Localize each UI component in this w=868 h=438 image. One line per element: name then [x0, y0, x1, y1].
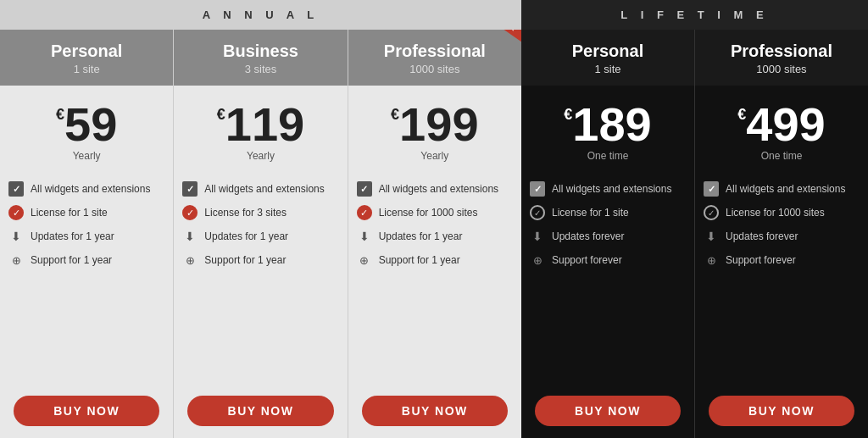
- feature-item: ⬇ Updates for 1 year: [182, 225, 338, 248]
- price-period: Yearly: [181, 150, 340, 162]
- checkbox-icon: ✓: [357, 181, 372, 197]
- price-num: 199: [399, 101, 478, 148]
- price-main: € 59: [56, 101, 117, 148]
- feature-text: Updates for 1 year: [204, 230, 288, 242]
- price-main: € 189: [564, 101, 651, 148]
- feature-text: License for 1000 sites: [379, 207, 478, 219]
- buy-btn-area: BUY NOW: [174, 389, 347, 438]
- plan-business-annual: Business 3 sites € 119 Yearly ✓ All widg…: [174, 30, 348, 438]
- plan-sites: 1 site: [10, 63, 163, 75]
- plan-header-personal-lifetime: Personal 1 site: [521, 30, 694, 86]
- download-icon: ⬇: [357, 229, 372, 244]
- lifetime-section: L I F E T I M E Personal 1 site € 189 On…: [521, 0, 868, 438]
- plan-professional-lifetime: Professional 1000 sites € 499 One time ✓…: [695, 30, 868, 438]
- feature-item: ⬇ Updates forever: [704, 225, 860, 248]
- annual-section: A N N U A L Personal 1 site € 59 Yearly: [0, 0, 521, 438]
- circle-red-icon: ✓: [8, 205, 24, 220]
- price-period: Yearly: [355, 150, 515, 162]
- circle-red-icon: ✓: [357, 205, 372, 220]
- checkbox-icon: ✓: [704, 181, 719, 197]
- buy-now-button[interactable]: BUY NOW: [709, 396, 854, 426]
- download-icon: ⬇: [182, 229, 198, 244]
- feature-item: ⊕ Support for 1 year: [357, 248, 513, 272]
- plan-name: Personal: [531, 42, 684, 61]
- feature-item: ✓ All widgets and extensions: [182, 177, 338, 201]
- features-list: ✓ All widgets and extensions ✓ License f…: [348, 170, 521, 389]
- support-icon: ⊕: [530, 252, 545, 268]
- checkbox-icon: ✓: [530, 181, 545, 197]
- features-list: ✓ All widgets and extensions ✓ License f…: [695, 170, 868, 389]
- support-icon: ⊕: [357, 252, 372, 268]
- circle-white-icon: ✓: [704, 205, 719, 220]
- buy-now-button[interactable]: BUY NOW: [362, 396, 508, 426]
- currency: €: [737, 106, 746, 124]
- feature-text: Support forever: [552, 254, 622, 266]
- feature-text: All widgets and extensions: [726, 183, 845, 195]
- price-main: € 499: [737, 101, 825, 148]
- checkbox-icon: ✓: [8, 181, 24, 197]
- buy-now-button[interactable]: BUY NOW: [14, 396, 159, 426]
- plan-header-professional-lifetime: Professional 1000 sites: [695, 30, 868, 86]
- feature-text: All widgets and extensions: [552, 183, 671, 195]
- price-num: 189: [572, 101, 651, 148]
- price-area: € 59 Yearly: [0, 86, 173, 170]
- feature-item: ⊕ Support for 1 year: [8, 248, 164, 272]
- price-area: € 189 One time: [521, 86, 694, 170]
- buy-now-button[interactable]: BUY NOW: [187, 396, 333, 426]
- feature-item: ✓ License for 1 site: [530, 201, 686, 225]
- plan-personal-lifetime: Personal 1 site € 189 One time ✓ All wid…: [521, 30, 695, 438]
- feature-text: Support forever: [726, 254, 796, 266]
- currency: €: [391, 106, 399, 124]
- support-icon: ⊕: [8, 252, 24, 268]
- feature-item: ✓ All widgets and extensions: [704, 177, 860, 201]
- buy-now-button[interactable]: BUY NOW: [535, 396, 681, 426]
- feature-item: ⬇ Updates forever: [530, 225, 686, 248]
- buy-btn-area: BUY NOW: [0, 389, 173, 438]
- support-icon: ⊕: [704, 252, 719, 268]
- plan-header-business-annual: Business 3 sites: [174, 30, 347, 86]
- plan-sites: 1 site: [531, 63, 684, 75]
- checkbox-icon: ✓: [182, 181, 198, 197]
- feature-item: ⬇ Updates for 1 year: [357, 225, 513, 248]
- price-num: 59: [64, 101, 117, 148]
- lifetime-header: L I F E T I M E: [521, 0, 868, 30]
- price-num: 499: [746, 101, 825, 148]
- plan-header-personal-annual: Personal 1 site: [0, 30, 173, 86]
- feature-text: Support for 1 year: [31, 254, 112, 266]
- features-list: ✓ All widgets and extensions ✓ License f…: [174, 170, 347, 389]
- feature-text: License for 1 site: [31, 207, 108, 219]
- feature-item: ✓ All widgets and extensions: [530, 177, 686, 201]
- buy-btn-area: BUY NOW: [348, 389, 521, 438]
- annual-header: A N N U A L: [0, 0, 521, 30]
- feature-item: ✓ License for 1000 sites: [704, 201, 860, 225]
- feature-item: ✓ License for 1 site: [8, 201, 164, 225]
- feature-text: License for 3 sites: [204, 207, 287, 219]
- feature-text: Support for 1 year: [204, 254, 286, 266]
- price-period: One time: [702, 150, 861, 162]
- pricing-wrapper: A N N U A L Personal 1 site € 59 Yearly: [0, 0, 868, 438]
- feature-text: License for 1 site: [552, 207, 629, 219]
- feature-text: Updates forever: [726, 230, 798, 242]
- plan-header-professional-annual: Professional 1000 sites POPULAR: [348, 30, 521, 86]
- plan-name: Professional: [705, 42, 858, 61]
- feature-text: License for 1000 sites: [726, 207, 825, 219]
- plan-name: Personal: [10, 42, 163, 61]
- currency: €: [217, 106, 225, 124]
- feature-text: All widgets and extensions: [379, 183, 498, 195]
- plan-sites: 1000 sites: [359, 63, 511, 75]
- circle-white-icon: ✓: [530, 205, 545, 220]
- features-list: ✓ All widgets and extensions ✓ License f…: [0, 170, 173, 389]
- feature-text: Updates forever: [552, 230, 624, 242]
- features-list: ✓ All widgets and extensions ✓ License f…: [521, 170, 694, 389]
- plan-name: Business: [184, 42, 337, 61]
- lifetime-plans-row: Personal 1 site € 189 One time ✓ All wid…: [521, 30, 868, 438]
- price-period: Yearly: [7, 150, 166, 162]
- price-num: 119: [225, 101, 304, 148]
- plan-personal-annual: Personal 1 site € 59 Yearly ✓ All widget…: [0, 30, 174, 438]
- price-main: € 199: [391, 101, 478, 148]
- price-area: € 499 One time: [695, 86, 868, 170]
- feature-item: ⊕ Support forever: [704, 248, 860, 272]
- plan-sites: 1000 sites: [705, 63, 858, 75]
- feature-item: ✓ All widgets and extensions: [357, 177, 513, 201]
- price-period: One time: [528, 150, 687, 162]
